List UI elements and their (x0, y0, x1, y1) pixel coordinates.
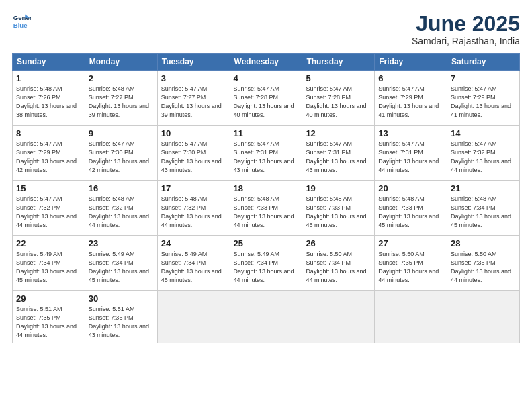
day-cell-15: 15 Sunrise: 5:47 AMSunset: 7:32 PMDaylig… (13, 181, 85, 236)
header-wednesday: Wednesday (230, 54, 302, 71)
day-number: 25 (234, 238, 299, 248)
day-info: Sunrise: 5:47 AMSunset: 7:32 PMDaylight:… (451, 140, 511, 173)
logo-icon: General Blue (12, 12, 31, 31)
day-cell-25: 25 Sunrise: 5:49 AMSunset: 7:34 PMDaylig… (230, 236, 302, 291)
day-number: 15 (16, 183, 81, 193)
day-info: Sunrise: 5:51 AMSunset: 7:35 PMDaylight:… (89, 306, 149, 338)
calendar-page: General Blue June 2025 Samdari, Rajastha… (0, 0, 532, 411)
day-info: Sunrise: 5:47 AMSunset: 7:30 PMDaylight:… (161, 140, 222, 173)
title-block: June 2025 Samdari, Rajasthan, India (412, 12, 520, 46)
day-cell-21: 21 Sunrise: 5:48 AMSunset: 7:34 PMDaylig… (447, 181, 520, 236)
day-cell-11: 11 Sunrise: 5:47 AMSunset: 7:31 PMDaylig… (230, 126, 302, 181)
day-cell-6: 6 Sunrise: 5:47 AMSunset: 7:29 PMDayligh… (375, 71, 447, 126)
empty-cell (230, 291, 302, 343)
empty-cell (375, 291, 447, 343)
day-info: Sunrise: 5:47 AMSunset: 7:31 PMDaylight:… (306, 140, 366, 173)
day-cell-17: 17 Sunrise: 5:48 AMSunset: 7:32 PMDaylig… (157, 181, 230, 236)
day-cell-28: 28 Sunrise: 5:50 AMSunset: 7:35 PMDaylig… (447, 236, 520, 291)
day-number: 9 (89, 128, 154, 138)
empty-cell (157, 291, 230, 343)
day-cell-3: 3 Sunrise: 5:47 AMSunset: 7:27 PMDayligh… (157, 71, 230, 126)
day-cell-19: 19 Sunrise: 5:48 AMSunset: 7:33 PMDaylig… (302, 181, 375, 236)
logo: General Blue (12, 12, 31, 31)
empty-cell (447, 291, 520, 343)
header-monday: Monday (85, 54, 157, 71)
day-number: 19 (306, 183, 371, 193)
day-cell-20: 20 Sunrise: 5:48 AMSunset: 7:33 PMDaylig… (375, 181, 447, 236)
day-info: Sunrise: 5:48 AMSunset: 7:27 PMDaylight:… (89, 85, 149, 118)
day-number: 11 (234, 128, 299, 138)
weekday-header-row: Sunday Monday Tuesday Wednesday Thursday… (13, 54, 520, 71)
day-number: 21 (451, 183, 516, 193)
day-info: Sunrise: 5:50 AMSunset: 7:34 PMDaylight:… (306, 250, 366, 283)
day-info: Sunrise: 5:48 AMSunset: 7:33 PMDaylight:… (378, 195, 439, 228)
svg-text:Blue: Blue (13, 21, 28, 29)
day-number: 2 (89, 73, 154, 83)
day-cell-7: 7 Sunrise: 5:47 AMSunset: 7:29 PMDayligh… (447, 71, 520, 126)
day-cell-1: 1 Sunrise: 5:48 AMSunset: 7:26 PMDayligh… (13, 71, 85, 126)
calendar-table: Sunday Monday Tuesday Wednesday Thursday… (12, 53, 520, 343)
day-number: 26 (306, 238, 371, 248)
empty-cell (302, 291, 375, 343)
header-saturday: Saturday (447, 54, 520, 71)
day-cell-9: 9 Sunrise: 5:47 AMSunset: 7:30 PMDayligh… (85, 126, 157, 181)
day-info: Sunrise: 5:47 AMSunset: 7:28 PMDaylight:… (306, 85, 366, 118)
day-info: Sunrise: 5:47 AMSunset: 7:30 PMDaylight:… (89, 140, 149, 173)
day-info: Sunrise: 5:47 AMSunset: 7:28 PMDaylight:… (234, 85, 294, 118)
day-number: 13 (378, 128, 443, 138)
day-info: Sunrise: 5:49 AMSunset: 7:34 PMDaylight:… (161, 250, 222, 283)
day-info: Sunrise: 5:50 AMSunset: 7:35 PMDaylight:… (378, 250, 439, 283)
day-number: 23 (89, 238, 154, 248)
location: Samdari, Rajasthan, India (412, 36, 520, 46)
day-cell-29: 29 Sunrise: 5:51 AMSunset: 7:35 PMDaylig… (13, 291, 85, 343)
day-cell-26: 26 Sunrise: 5:50 AMSunset: 7:34 PMDaylig… (302, 236, 375, 291)
day-info: Sunrise: 5:48 AMSunset: 7:32 PMDaylight:… (161, 195, 222, 228)
day-cell-2: 2 Sunrise: 5:48 AMSunset: 7:27 PMDayligh… (85, 71, 157, 126)
day-info: Sunrise: 5:48 AMSunset: 7:26 PMDaylight:… (16, 85, 77, 118)
day-cell-8: 8 Sunrise: 5:47 AMSunset: 7:29 PMDayligh… (13, 126, 85, 181)
day-number: 17 (161, 183, 226, 193)
day-number: 18 (234, 183, 299, 193)
day-info: Sunrise: 5:47 AMSunset: 7:32 PMDaylight:… (16, 195, 77, 228)
day-info: Sunrise: 5:48 AMSunset: 7:34 PMDaylight:… (451, 195, 511, 228)
day-number: 27 (378, 238, 443, 248)
day-cell-4: 4 Sunrise: 5:47 AMSunset: 7:28 PMDayligh… (230, 71, 302, 126)
day-number: 7 (451, 73, 516, 83)
day-info: Sunrise: 5:47 AMSunset: 7:31 PMDaylight:… (378, 140, 439, 173)
day-info: Sunrise: 5:47 AMSunset: 7:29 PMDaylight:… (451, 85, 511, 118)
day-number: 20 (378, 183, 443, 193)
day-info: Sunrise: 5:48 AMSunset: 7:33 PMDaylight:… (306, 195, 366, 228)
day-info: Sunrise: 5:48 AMSunset: 7:32 PMDaylight:… (89, 195, 149, 228)
day-cell-23: 23 Sunrise: 5:49 AMSunset: 7:34 PMDaylig… (85, 236, 157, 291)
day-number: 10 (161, 128, 226, 138)
day-number: 3 (161, 73, 226, 83)
calendar-week-row: 8 Sunrise: 5:47 AMSunset: 7:29 PMDayligh… (13, 126, 520, 181)
day-info: Sunrise: 5:47 AMSunset: 7:29 PMDaylight:… (378, 85, 439, 118)
day-number: 1 (16, 73, 81, 83)
day-info: Sunrise: 5:47 AMSunset: 7:29 PMDaylight:… (16, 140, 77, 173)
calendar-week-row: 15 Sunrise: 5:47 AMSunset: 7:32 PMDaylig… (13, 181, 520, 236)
calendar-week-row: 1 Sunrise: 5:48 AMSunset: 7:26 PMDayligh… (13, 71, 520, 126)
day-number: 28 (451, 238, 516, 248)
day-number: 24 (161, 238, 226, 248)
day-info: Sunrise: 5:47 AMSunset: 7:31 PMDaylight:… (234, 140, 294, 173)
header-sunday: Sunday (13, 54, 85, 71)
day-cell-18: 18 Sunrise: 5:48 AMSunset: 7:33 PMDaylig… (230, 181, 302, 236)
day-number: 30 (89, 293, 154, 304)
header-tuesday: Tuesday (157, 54, 230, 71)
day-cell-13: 13 Sunrise: 5:47 AMSunset: 7:31 PMDaylig… (375, 126, 447, 181)
day-cell-24: 24 Sunrise: 5:49 AMSunset: 7:34 PMDaylig… (157, 236, 230, 291)
day-number: 6 (378, 73, 443, 83)
day-number: 22 (16, 238, 81, 248)
day-info: Sunrise: 5:49 AMSunset: 7:34 PMDaylight:… (234, 250, 294, 283)
header-friday: Friday (375, 54, 447, 71)
day-cell-16: 16 Sunrise: 5:48 AMSunset: 7:32 PMDaylig… (85, 181, 157, 236)
day-info: Sunrise: 5:51 AMSunset: 7:35 PMDaylight:… (16, 306, 77, 338)
day-info: Sunrise: 5:47 AMSunset: 7:27 PMDaylight:… (161, 85, 222, 118)
day-cell-5: 5 Sunrise: 5:47 AMSunset: 7:28 PMDayligh… (302, 71, 375, 126)
calendar-week-row: 22 Sunrise: 5:49 AMSunset: 7:34 PMDaylig… (13, 236, 520, 291)
day-info: Sunrise: 5:49 AMSunset: 7:34 PMDaylight:… (16, 250, 77, 283)
calendar-week-row: 29 Sunrise: 5:51 AMSunset: 7:35 PMDaylig… (13, 291, 520, 343)
day-cell-12: 12 Sunrise: 5:47 AMSunset: 7:31 PMDaylig… (302, 126, 375, 181)
day-number: 14 (451, 128, 516, 138)
